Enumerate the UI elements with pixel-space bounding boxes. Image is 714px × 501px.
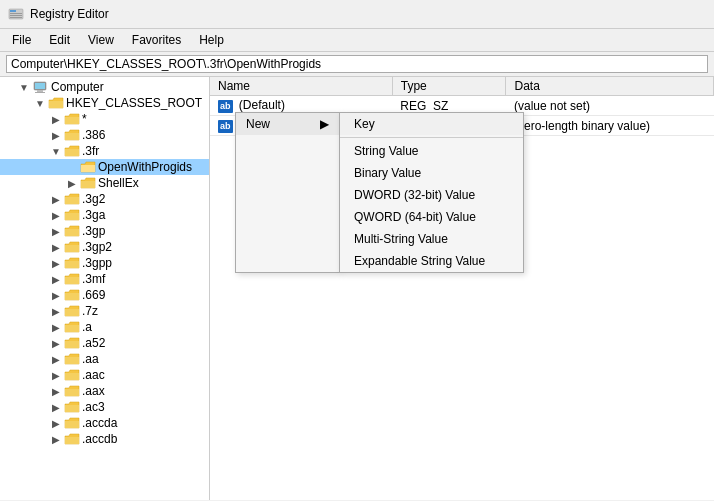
expand-arrow-3gp: ▶ — [48, 226, 64, 237]
tree-label-computer: Computer — [51, 80, 104, 94]
folder-icon-a52 — [64, 336, 80, 350]
tree-label-3ga: .3ga — [82, 208, 105, 222]
folder-icon-7z — [64, 304, 80, 318]
expand-arrow-3gp2: ▶ — [48, 242, 64, 253]
folder-icon-3ga — [64, 208, 80, 222]
cell-data-appxq: (zero-length binary value) — [506, 116, 714, 136]
tree-item-3ga[interactable]: ▶ .3ga — [0, 207, 209, 223]
folder-icon-386 — [64, 128, 80, 142]
tree-label-3gp2: .3gp2 — [82, 240, 112, 254]
tree-item-3gpp[interactable]: ▶ .3gpp — [0, 255, 209, 271]
folder-icon-aa — [64, 352, 80, 366]
tree-label-owp: OpenWithProgids — [98, 160, 192, 174]
tree-item-aac[interactable]: ▶ .aac — [0, 367, 209, 383]
submenu-qword-value[interactable]: QWORD (64-bit) Value — [340, 206, 523, 228]
svg-rect-2 — [10, 13, 22, 14]
expand-arrow-ac3: ▶ — [48, 402, 64, 413]
expand-arrow-aax: ▶ — [48, 386, 64, 397]
folder-icon-ac3 — [64, 400, 80, 414]
expand-arrow-3ga: ▶ — [48, 210, 64, 221]
folder-icon-3gp — [64, 224, 80, 238]
menu-favorites[interactable]: Favorites — [124, 31, 189, 49]
submenu-dword-label: DWORD (32-bit) Value — [354, 188, 475, 202]
submenu-multistring-label: Multi-String Value — [354, 232, 448, 246]
folder-icon-aax — [64, 384, 80, 398]
folder-icon-3gp2 — [64, 240, 80, 254]
tree-item-aa[interactable]: ▶ .aa — [0, 351, 209, 367]
tree-label-386: .386 — [82, 128, 105, 142]
tree-label-accdb: .accdb — [82, 432, 117, 446]
folder-icon-3gpp — [64, 256, 80, 270]
tree-item-hkcr[interactable]: ▼ HKEY_CLASSES_ROOT — [0, 95, 209, 111]
tree-item-3gp2[interactable]: ▶ .3gp2 — [0, 239, 209, 255]
submenu-string-value[interactable]: String Value — [340, 140, 523, 162]
folder-icon-shellex — [80, 176, 96, 190]
tree-label-star: * — [82, 112, 87, 126]
folder-icon-accda — [64, 416, 80, 430]
tree-item-accdb[interactable]: ▶ .accdb — [0, 431, 209, 447]
tree-item-accda[interactable]: ▶ .accda — [0, 415, 209, 431]
submenu-key-item[interactable]: Key — [340, 113, 523, 135]
tree-panel[interactable]: ▼ Computer ▼ HKEY_CLASSES_ROOT ▶ — [0, 77, 210, 500]
title-bar: Registry Editor — [0, 0, 714, 29]
expand-arrow-7z: ▶ — [48, 306, 64, 317]
expand-arrow-3fr: ▼ — [48, 146, 64, 157]
tree-item-star[interactable]: ▶ * — [0, 111, 209, 127]
tree-item-3mf[interactable]: ▶ .3mf — [0, 271, 209, 287]
svg-rect-6 — [35, 83, 45, 89]
tree-label-accda: .accda — [82, 416, 117, 430]
right-panel: Name Type Data ab (Default) REG_SZ (valu… — [210, 77, 714, 500]
tree-item-aax[interactable]: ▶ .aax — [0, 383, 209, 399]
svg-rect-7 — [37, 90, 43, 92]
tree-label-aa: .aa — [82, 352, 99, 366]
expand-arrow-accdb: ▶ — [48, 434, 64, 445]
tree-label-7z: .7z — [82, 304, 98, 318]
folder-icon-accdb — [64, 432, 80, 446]
computer-icon — [32, 80, 48, 94]
expand-arrow-computer: ▼ — [16, 82, 32, 93]
tree-item-386[interactable]: ▶ .386 — [0, 127, 209, 143]
tree-label-hkcr: HKEY_CLASSES_ROOT — [66, 96, 202, 110]
expand-arrow-a: ▶ — [48, 322, 64, 333]
menu-file[interactable]: File — [4, 31, 39, 49]
svg-rect-1 — [10, 10, 16, 12]
tree-item-3g2[interactable]: ▶ .3g2 — [0, 191, 209, 207]
submenu-expandable-value[interactable]: Expandable String Value — [340, 250, 523, 272]
submenu-string-label: String Value — [354, 144, 418, 158]
address-path[interactable]: Computer\HKEY_CLASSES_ROOT\.3fr\OpenWith… — [6, 55, 708, 73]
menu-edit[interactable]: Edit — [41, 31, 78, 49]
tree-item-7z[interactable]: ▶ .7z — [0, 303, 209, 319]
svg-rect-4 — [10, 17, 22, 18]
folder-icon-669 — [64, 288, 80, 302]
tree-item-a[interactable]: ▶ .a — [0, 319, 209, 335]
expand-arrow-669: ▶ — [48, 290, 64, 301]
menu-help[interactable]: Help — [191, 31, 232, 49]
folder-icon-3fr — [64, 144, 80, 158]
tree-label-3fr: .3fr — [82, 144, 99, 158]
tree-item-computer[interactable]: ▼ Computer — [0, 79, 209, 95]
context-menu-new-item[interactable]: New ▶ — [236, 113, 339, 135]
folder-icon-hkcr — [48, 96, 64, 110]
folder-icon-star — [64, 112, 80, 126]
col-header-name: Name — [210, 77, 392, 96]
tree-label-3mf: .3mf — [82, 272, 105, 286]
tree-item-a52[interactable]: ▶ .a52 — [0, 335, 209, 351]
folder-icon-owp — [80, 160, 96, 174]
submenu-dword-value[interactable]: DWORD (32-bit) Value — [340, 184, 523, 206]
bin-badge-appxq: ab — [218, 120, 233, 133]
menu-view[interactable]: View — [80, 31, 122, 49]
tree-label-3g2: .3g2 — [82, 192, 105, 206]
expand-arrow-3mf: ▶ — [48, 274, 64, 285]
tree-item-ac3[interactable]: ▶ .ac3 — [0, 399, 209, 415]
submenu-binary-value[interactable]: Binary Value — [340, 162, 523, 184]
tree-label-669: .669 — [82, 288, 105, 302]
context-menu-new-panel: New ▶ — [235, 112, 340, 273]
folder-icon-aac — [64, 368, 80, 382]
tree-item-shellex[interactable]: ▶ ShellEx — [0, 175, 209, 191]
tree-item-openwithprogids[interactable]: ▶ OpenWithProgids — [0, 159, 209, 175]
tree-item-669[interactable]: ▶ .669 — [0, 287, 209, 303]
folder-icon-a — [64, 320, 80, 334]
submenu-multistring-value[interactable]: Multi-String Value — [340, 228, 523, 250]
tree-item-3gp[interactable]: ▶ .3gp — [0, 223, 209, 239]
tree-item-3fr[interactable]: ▼ .3fr — [0, 143, 209, 159]
